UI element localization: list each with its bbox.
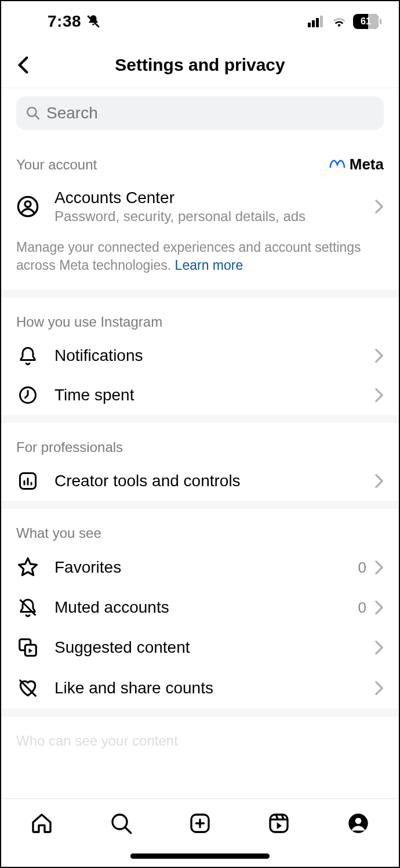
svg-rect-23 bbox=[270, 815, 288, 832]
status-bar: 7:38 61 bbox=[1, 1, 399, 42]
svg-rect-4 bbox=[320, 16, 323, 27]
cellular-icon bbox=[308, 16, 325, 27]
creator-tools-row[interactable]: Creator tools and controls bbox=[1, 461, 399, 501]
favorites-row[interactable]: Favorites 0 bbox=[1, 547, 399, 588]
chevron-right-icon bbox=[374, 199, 384, 214]
notifications-row[interactable]: Notifications bbox=[1, 336, 399, 375]
tab-bar bbox=[2, 798, 398, 867]
chevron-right-icon bbox=[374, 681, 384, 696]
back-button[interactable] bbox=[12, 53, 35, 77]
who-can-see-header: Who can see your content bbox=[1, 717, 399, 749]
row-title: Accounts Center bbox=[54, 189, 359, 207]
bell-off-icon bbox=[16, 597, 39, 618]
battery-level: 61 bbox=[361, 16, 371, 27]
like-share-counts-row[interactable]: Like and share counts bbox=[1, 668, 399, 708]
tab-search[interactable] bbox=[107, 809, 135, 837]
row-subtitle: Password, security, personal details, ad… bbox=[54, 208, 359, 225]
learn-more-link[interactable]: Learn more bbox=[175, 258, 243, 273]
suggested-content-row[interactable]: Suggested content bbox=[1, 627, 399, 668]
svg-point-8 bbox=[25, 201, 31, 207]
professionals-header: For professionals bbox=[1, 423, 399, 461]
manage-description: Manage your connected experiences and ac… bbox=[1, 234, 399, 290]
chevron-right-icon bbox=[374, 640, 384, 655]
home-indicator bbox=[130, 853, 270, 859]
heart-off-icon bbox=[16, 677, 39, 699]
svg-line-6 bbox=[35, 115, 39, 119]
svg-line-19 bbox=[125, 828, 130, 833]
clock-icon bbox=[16, 385, 39, 406]
wifi-icon bbox=[331, 15, 347, 28]
time-spent-row[interactable]: Time spent bbox=[1, 375, 399, 415]
chevron-right-icon bbox=[374, 560, 384, 575]
status-time: 7:38 bbox=[48, 12, 81, 31]
accounts-center-row[interactable]: Accounts Center Password, security, pers… bbox=[1, 179, 399, 234]
svg-rect-1 bbox=[308, 23, 311, 27]
svg-rect-3 bbox=[316, 18, 319, 27]
chevron-right-icon bbox=[374, 600, 384, 615]
chevron-right-icon bbox=[374, 348, 384, 363]
media-icon bbox=[16, 636, 39, 659]
tab-reels[interactable] bbox=[265, 809, 293, 837]
muted-count: 0 bbox=[358, 599, 366, 617]
header: Settings and privacy bbox=[1, 42, 399, 88]
what-you-see-header: What you see bbox=[1, 509, 399, 547]
chart-icon bbox=[16, 471, 39, 491]
your-account-header: Your account Meta bbox=[1, 139, 399, 179]
page-title: Settings and privacy bbox=[1, 55, 399, 75]
favorites-count: 0 bbox=[358, 559, 366, 577]
silent-icon bbox=[86, 14, 101, 29]
tab-profile[interactable] bbox=[344, 809, 372, 837]
search-icon bbox=[26, 106, 41, 121]
meta-brand: Meta bbox=[329, 155, 384, 173]
section-label: Your account bbox=[16, 157, 97, 173]
star-icon bbox=[16, 556, 39, 578]
bell-icon bbox=[16, 345, 39, 366]
battery-icon: 61 bbox=[353, 14, 379, 29]
search-input[interactable] bbox=[46, 104, 374, 122]
svg-rect-2 bbox=[312, 20, 315, 27]
svg-point-18 bbox=[112, 815, 127, 829]
tab-create[interactable] bbox=[186, 809, 214, 837]
search-field[interactable] bbox=[16, 96, 384, 130]
tab-home[interactable] bbox=[28, 809, 56, 837]
chevron-right-icon bbox=[374, 473, 384, 489]
chevron-right-icon bbox=[374, 388, 384, 403]
person-circle-icon bbox=[16, 195, 39, 218]
how-you-use-header: How you use Instagram bbox=[1, 298, 399, 336]
svg-point-28 bbox=[355, 818, 361, 824]
muted-accounts-row[interactable]: Muted accounts 0 bbox=[1, 588, 399, 627]
